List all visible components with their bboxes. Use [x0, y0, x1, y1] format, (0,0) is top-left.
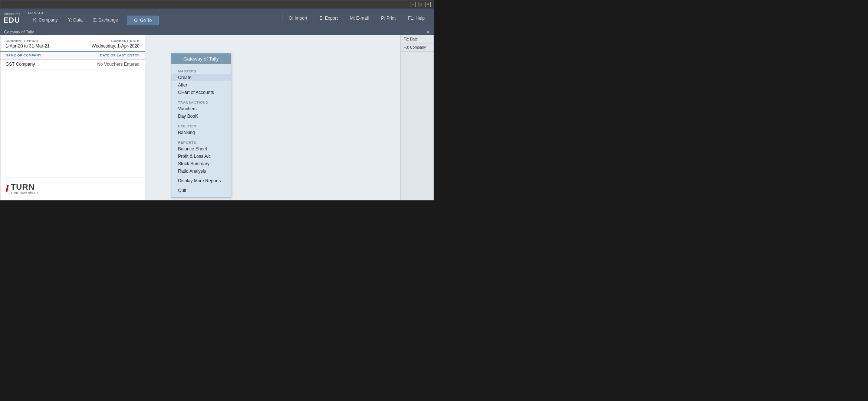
logo-letter: I — [6, 184, 9, 194]
menu-data[interactable]: Y: Data — [63, 16, 88, 25]
logo-block: I TURN Turn Towards I.T — [6, 183, 139, 195]
breadcrumb-close[interactable]: ✕ — [426, 29, 430, 35]
current-period-label: CURRENT PERIOD — [6, 39, 50, 43]
company-table: NAME OF COMPANY DATE OF LAST ENTRY GST C… — [0, 52, 145, 177]
current-date-label: CURRENT DATE — [92, 39, 139, 43]
logo-area: I TURN Turn Towards I.T — [0, 177, 145, 200]
current-date-value: Wednesday, 1-Apr-2020 — [92, 43, 139, 49]
current-period-block: CURRENT PERIOD 1-Apr-20 to 31-Mar-21 — [6, 39, 50, 49]
menu-print[interactable]: P: Print — [375, 14, 401, 22]
goto-button[interactable]: G: Go To — [127, 16, 159, 25]
right-menu: O: Import E: Export M: E-mail P: Print F… — [282, 14, 431, 22]
sidebar-f2-date[interactable]: F2: Date — [401, 35, 434, 43]
titlebar: − □ ✕ — [0, 0, 434, 9]
menu-exchange[interactable]: Z: Exchange — [88, 16, 123, 25]
sidebar-f3-company[interactable]: F3: Company — [401, 43, 434, 52]
menubar: TallyPrime EDU MANAGE K: Company Y: Data… — [0, 9, 434, 28]
logo-turn: TURN Turn Towards I.T — [11, 183, 39, 195]
gateway-item-quit[interactable]: Quit — [171, 187, 231, 194]
logo-sub: Turn Towards I.T — [11, 191, 39, 195]
middle-area: Gateway of Tally MASTERS Create Alter CH… — [145, 35, 400, 200]
gateway-item-stock[interactable]: Stock Summary — [171, 160, 231, 167]
breadcrumb-bar: Gateway of Tally ✕ — [0, 28, 434, 35]
restore-button[interactable]: □ — [418, 2, 423, 7]
minimize-button[interactable]: − — [411, 2, 416, 7]
menu-items: K: Company Y: Data Z: Exchange G: Go To — [28, 16, 283, 25]
gateway-item-vouchers[interactable]: Vouchers — [171, 105, 231, 113]
company-name: GST Company — [6, 62, 35, 67]
gateway-item-pl[interactable]: Profit & Loss A/c — [171, 153, 231, 160]
table-header: NAME OF COMPANY DATE OF LAST ENTRY — [0, 52, 145, 59]
menu-company[interactable]: K: Company — [28, 16, 63, 25]
content-area: CURRENT PERIOD 1-Apr-20 to 31-Mar-21 CUR… — [0, 35, 434, 200]
gateway-item-banking[interactable]: BaNking — [171, 129, 231, 136]
gateway-title: Gateway of Tally — [171, 53, 231, 64]
gateway-body: MASTERS Create Alter CHart of Accounts T… — [171, 64, 231, 197]
gateway-item-balance[interactable]: Balance Sheet — [171, 145, 231, 153]
gateway-item-chart[interactable]: CHart of Accounts — [171, 89, 231, 96]
brand-main: EDU — [3, 16, 21, 25]
logo-main: TURN — [11, 183, 39, 191]
last-entry: No Vouchers Entered — [97, 62, 139, 67]
gateway-panel: Gateway of Tally MASTERS Create Alter CH… — [171, 53, 231, 198]
gateway-item-create[interactable]: Create — [171, 74, 231, 81]
menu-email[interactable]: M: E-mail — [344, 14, 375, 22]
menu-export[interactable]: E: Export — [313, 14, 343, 22]
masters-label: MASTERS — [171, 67, 231, 74]
gateway-item-ratio[interactable]: Ratio Analysis — [171, 167, 231, 175]
current-date-block: CURRENT DATE Wednesday, 1-Apr-2020 — [92, 39, 139, 49]
utilities-label: UTILITIES — [171, 122, 231, 129]
main-window: − □ ✕ TallyPrime EDU MANAGE K: Company Y… — [0, 0, 434, 200]
brand-top: TallyPrime — [3, 12, 21, 16]
transactions-label: TRANSACTIONS — [171, 98, 231, 105]
gateway-item-daybook[interactable]: Day BooK — [171, 113, 231, 120]
current-period-value: 1-Apr-20 to 31-Mar-21 — [6, 43, 50, 49]
gateway-item-more-reports[interactable]: Display More Reports — [171, 177, 231, 185]
manage-section: MANAGE K: Company Y: Data Z: Exchange G:… — [28, 11, 283, 25]
period-section: CURRENT PERIOD 1-Apr-20 to 31-Mar-21 CUR… — [0, 35, 145, 52]
col-header-date: DATE OF LAST ENTRY — [100, 53, 140, 57]
manage-label: MANAGE — [28, 11, 283, 15]
table-row[interactable]: GST Company No Vouchers Entered — [0, 59, 145, 69]
col-header-name: NAME OF COMPANY — [6, 53, 42, 57]
breadcrumb: Gateway of Tally — [4, 30, 34, 34]
close-button[interactable]: ✕ — [425, 2, 431, 7]
left-panel: CURRENT PERIOD 1-Apr-20 to 31-Mar-21 CUR… — [0, 35, 145, 200]
brand: TallyPrime EDU — [3, 12, 21, 25]
gateway-item-alter[interactable]: Alter — [171, 81, 231, 89]
menu-help[interactable]: F1: Help — [402, 14, 431, 22]
right-sidebar: F2: Date F3: Company — [400, 35, 434, 200]
menu-import[interactable]: O: Import — [282, 14, 313, 22]
reports-label: REPORTS — [171, 138, 231, 145]
